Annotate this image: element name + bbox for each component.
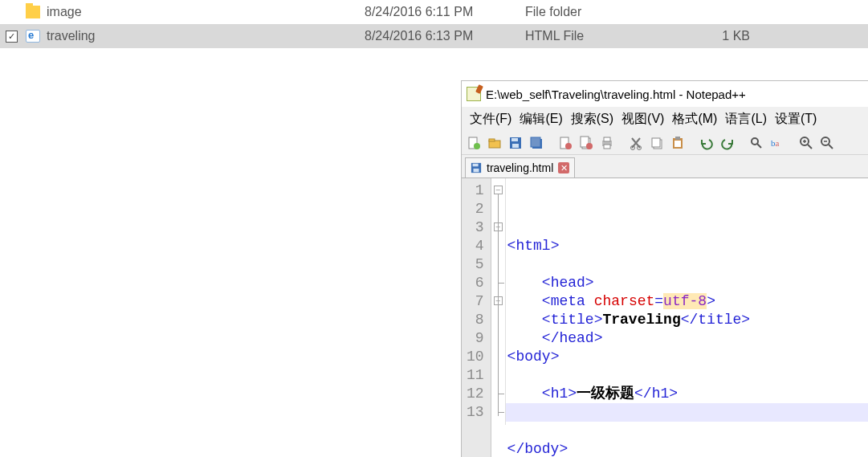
code-line[interactable]: <head> (507, 274, 868, 292)
tab-strip: traveling.html ✕ (462, 155, 868, 177)
menu-item[interactable]: 文件(F) (467, 109, 515, 129)
svg-rect-15 (604, 137, 610, 141)
code-line[interactable]: <title>Traveling</title> (507, 311, 868, 329)
svg-point-10 (565, 143, 572, 149)
redo-button[interactable] (719, 134, 736, 152)
toolbar: ba (462, 131, 868, 155)
menubar: 文件(F)编辑(E)搜索(S)视图(V)格式(M)语言(L)设置(T) (462, 107, 868, 131)
undo-button[interactable] (698, 134, 715, 152)
file-date: 8/24/2016 6:13 PM (365, 29, 525, 43)
menu-item[interactable]: 搜索(S) (568, 109, 617, 129)
svg-rect-3 (489, 139, 495, 141)
svg-rect-30 (474, 169, 479, 172)
find-button[interactable] (748, 134, 765, 152)
file-type: File folder (525, 5, 670, 19)
svg-point-1 (474, 143, 480, 149)
svg-text:ba: ba (771, 138, 780, 148)
fold-gutter[interactable]: −−− (491, 178, 506, 425)
file-size: 1 KB (670, 29, 782, 43)
svg-rect-6 (512, 144, 519, 148)
menu-item[interactable]: 语言(L) (722, 109, 770, 129)
save-all-button[interactable] (528, 134, 545, 152)
window-title: E:\web_self\Traveling\traveling.html - N… (486, 88, 746, 101)
save-button[interactable] (507, 134, 524, 152)
titlebar[interactable]: E:\web_self\Traveling\traveling.html - N… (462, 81, 868, 107)
code-line[interactable]: </body> (507, 440, 868, 457)
menu-item[interactable]: 视图(V) (618, 109, 667, 129)
code-line[interactable]: <body> (507, 348, 868, 366)
print-button[interactable] (598, 134, 616, 152)
file-row[interactable]: image8/24/2016 6:11 PMFile folder (0, 0, 868, 24)
menu-item[interactable]: 格式(M) (669, 109, 720, 129)
current-line-highlight (506, 403, 868, 422)
open-file-button[interactable] (486, 134, 503, 152)
row-checkbox[interactable]: ✓ (0, 31, 22, 43)
menu-item[interactable]: 编辑(E) (516, 109, 565, 129)
save-icon (471, 162, 482, 173)
html-icon (22, 30, 43, 43)
paste-button[interactable] (669, 134, 687, 152)
file-name: traveling (43, 29, 365, 43)
line-number-gutter: 12345678910111213 (462, 178, 491, 457)
code-area[interactable]: <html> <head> <meta charset=utf-8> <titl… (506, 178, 868, 457)
code-line[interactable] (507, 255, 868, 274)
svg-rect-8 (531, 137, 540, 147)
menu-item[interactable]: 设置(T) (772, 109, 820, 129)
folder-icon (22, 6, 43, 18)
cut-button[interactable] (627, 134, 645, 152)
code-line[interactable]: </head> (507, 329, 868, 348)
close-file-button[interactable] (556, 134, 574, 152)
app-icon (467, 87, 481, 101)
tab-label: traveling.html (487, 161, 553, 174)
file-row[interactable]: ✓traveling8/24/2016 6:13 PMHTML File1 KB (0, 24, 868, 48)
code-editor[interactable]: 12345678910111213 −−− <html> <head> <met… (462, 177, 868, 457)
close-all-button[interactable] (577, 134, 595, 152)
zoom-out-button[interactable] (818, 134, 836, 152)
svg-rect-16 (604, 145, 610, 149)
svg-rect-5 (511, 138, 518, 141)
new-file-button[interactable] (465, 134, 483, 152)
replace-button[interactable]: ba (768, 134, 786, 152)
file-explorer-list: image8/24/2016 6:11 PMFile folder✓travel… (0, 0, 868, 48)
zoom-in-button[interactable] (797, 134, 815, 152)
code-line[interactable]: <meta charset=utf-8> (507, 292, 868, 311)
tab-traveling[interactable]: traveling.html ✕ (465, 157, 575, 177)
code-line[interactable] (507, 422, 868, 440)
code-line[interactable] (507, 366, 868, 385)
svg-point-13 (586, 143, 593, 149)
copy-button[interactable] (648, 134, 666, 152)
svg-rect-20 (652, 138, 660, 147)
notepadpp-window: E:\web_self\Traveling\traveling.html - N… (461, 80, 868, 457)
tab-close-icon[interactable]: ✕ (558, 162, 569, 173)
code-line[interactable]: <h1>一级标题</h1> (507, 385, 868, 403)
svg-rect-23 (674, 141, 681, 147)
file-type: HTML File (525, 29, 670, 43)
svg-point-24 (752, 138, 758, 145)
svg-rect-22 (675, 137, 680, 140)
file-name: image (43, 5, 365, 19)
file-date: 8/24/2016 6:11 PM (365, 5, 525, 19)
code-line[interactable]: <html> (507, 237, 868, 255)
svg-rect-29 (473, 164, 479, 167)
